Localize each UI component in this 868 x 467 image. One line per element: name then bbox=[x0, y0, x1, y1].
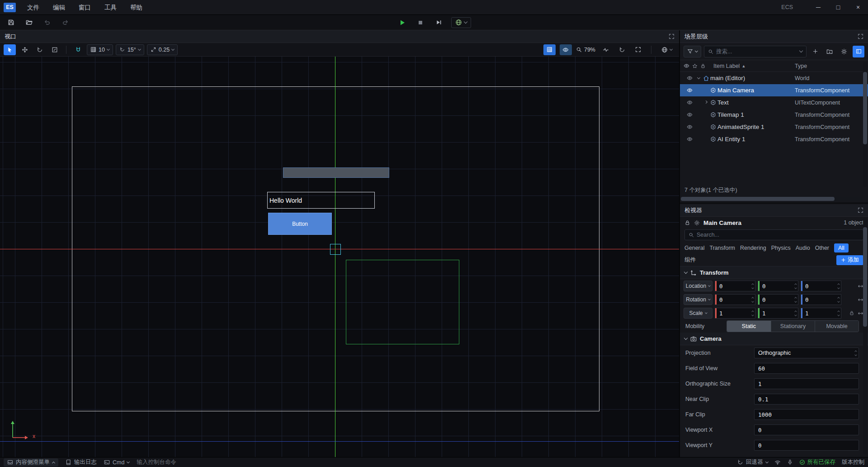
location-y-input[interactable]: 0 bbox=[758, 281, 798, 291]
location-x-input[interactable]: 0 bbox=[715, 281, 755, 291]
platform-selector[interactable] bbox=[451, 17, 471, 28]
tab-physics[interactable]: Physics bbox=[771, 245, 791, 251]
menu-edit[interactable]: 编辑 bbox=[46, 0, 72, 15]
spinner-icon[interactable] bbox=[752, 281, 754, 291]
reset-view-button[interactable] bbox=[616, 44, 628, 55]
selection-gizmo-box[interactable] bbox=[330, 244, 341, 255]
select-tool-button[interactable] bbox=[4, 44, 16, 55]
undo-button[interactable] bbox=[42, 17, 52, 28]
lock-icon[interactable] bbox=[684, 220, 690, 226]
eye-icon[interactable] bbox=[684, 100, 695, 105]
transform-section-header[interactable]: Transform bbox=[680, 267, 868, 279]
menu-help[interactable]: 帮助 bbox=[123, 0, 149, 15]
tab-other[interactable]: Other bbox=[815, 245, 829, 251]
hierarchy-search[interactable] bbox=[704, 46, 807, 57]
rotation-x-input[interactable]: 0 bbox=[715, 294, 755, 305]
history-dropdown[interactable]: 回退器 bbox=[737, 458, 768, 466]
fullscreen-button[interactable] bbox=[632, 44, 644, 55]
eye-icon[interactable] bbox=[684, 87, 695, 93]
camera-section-header[interactable]: Camera bbox=[680, 333, 868, 345]
stats-button[interactable] bbox=[599, 44, 612, 55]
stop-button[interactable] bbox=[415, 17, 426, 28]
mobility-static-button[interactable]: Static bbox=[727, 321, 771, 332]
eye-icon[interactable] bbox=[684, 75, 695, 81]
viewport-y-input[interactable]: 0 bbox=[754, 440, 859, 451]
rotation-y-input[interactable]: 0 bbox=[758, 294, 798, 305]
collider-rect-object[interactable] bbox=[346, 260, 459, 344]
spinner-icon[interactable] bbox=[795, 308, 797, 318]
expand-chevron-icon[interactable] bbox=[695, 78, 702, 79]
save-button[interactable] bbox=[5, 17, 16, 28]
orthographic-size-input[interactable]: 1 bbox=[754, 378, 859, 389]
snap-toggle-button[interactable] bbox=[72, 44, 84, 55]
mic-icon[interactable] bbox=[787, 459, 793, 465]
eye-icon[interactable] bbox=[684, 112, 695, 118]
zoom-control[interactable]: 79% bbox=[576, 47, 595, 53]
network-icon[interactable] bbox=[774, 459, 781, 466]
visibility-column-icon[interactable] bbox=[684, 63, 689, 69]
move-tool-button[interactable] bbox=[19, 44, 31, 55]
output-log-button[interactable]: 输出日志 bbox=[66, 458, 97, 466]
lock-scale-icon[interactable] bbox=[849, 310, 854, 316]
spinner-icon[interactable] bbox=[838, 281, 840, 291]
near-clip-input[interactable]: 0.1 bbox=[754, 394, 859, 405]
scale-dropdown[interactable]: Scale bbox=[684, 308, 712, 319]
projection-select[interactable]: Orthographic bbox=[754, 348, 859, 358]
add-folder-button[interactable] bbox=[824, 46, 835, 57]
rotate-tool-button[interactable] bbox=[33, 44, 46, 55]
eye-icon[interactable] bbox=[684, 136, 695, 142]
expand-chevron-icon[interactable] bbox=[703, 102, 709, 103]
hierarchy-settings-button[interactable] bbox=[838, 46, 850, 57]
expand-panel-icon[interactable] bbox=[858, 207, 863, 213]
inspector-search[interactable] bbox=[684, 229, 863, 240]
console-command-input[interactable]: 输入控制台命令 bbox=[137, 458, 176, 466]
inspector-search-input[interactable] bbox=[697, 232, 859, 238]
item-label-column-header[interactable]: Item Label▲ bbox=[713, 63, 745, 69]
spinner-icon[interactable] bbox=[838, 308, 840, 318]
hierarchy-row-text[interactable]: Text UITextComponent bbox=[680, 96, 868, 109]
menu-file[interactable]: 文件 bbox=[20, 0, 46, 15]
content-drawer-button[interactable]: 内容侧滑菜单 bbox=[4, 458, 58, 467]
save-status[interactable]: 所有已保存 bbox=[799, 458, 836, 466]
rotation-z-input[interactable]: 0 bbox=[801, 294, 841, 305]
spinner-icon[interactable] bbox=[838, 295, 840, 305]
grid-toggle-button[interactable] bbox=[543, 44, 556, 55]
gear-icon[interactable] bbox=[694, 220, 700, 226]
view-mode-dropdown[interactable] bbox=[658, 44, 675, 55]
viewport-canvas[interactable]: Hello World Button x bbox=[0, 57, 679, 457]
hierarchy-row-tilemap-1[interactable]: Tilemap 1 TransformComponent bbox=[680, 109, 868, 121]
lock-column-icon[interactable] bbox=[700, 63, 706, 69]
filter-dropdown[interactable] bbox=[684, 46, 701, 57]
hierarchy-row-ai-entity-1[interactable]: AI Entity 1 TransformComponent bbox=[680, 133, 868, 145]
redo-button[interactable] bbox=[60, 17, 71, 28]
hierarchy-vertical-scrollbar[interactable] bbox=[863, 62, 867, 187]
location-dropdown[interactable]: Location bbox=[684, 281, 712, 291]
hierarchy-search-input[interactable] bbox=[716, 48, 797, 55]
menu-window[interactable]: 窗口 bbox=[72, 0, 98, 15]
location-z-input[interactable]: 0 bbox=[801, 281, 841, 291]
version-control-button[interactable]: 版本控制 bbox=[842, 458, 864, 466]
visibility-toggle-button[interactable] bbox=[560, 44, 572, 55]
tab-all[interactable]: All bbox=[834, 243, 849, 253]
mobility-stationary-button[interactable]: Stationary bbox=[771, 321, 815, 332]
scale-z-input[interactable]: 1 bbox=[801, 308, 841, 319]
add-component-button[interactable]: 添加 bbox=[836, 255, 863, 265]
expand-panel-icon[interactable] bbox=[858, 33, 863, 39]
hierarchy-row-main[interactable]: main (Editor) World bbox=[680, 72, 868, 84]
maximize-button[interactable]: □ bbox=[828, 0, 848, 15]
cmd-dropdown[interactable]: Cmd bbox=[104, 459, 129, 466]
angle-snap-dropdown[interactable]: 15° bbox=[116, 44, 144, 55]
ui-button-object[interactable]: Button bbox=[268, 213, 332, 235]
hierarchy-row-main-camera[interactable]: Main Camera TransformComponent bbox=[680, 84, 868, 96]
tilemap-sprite-object[interactable] bbox=[283, 167, 389, 178]
rotation-dropdown[interactable]: Rotation bbox=[684, 294, 712, 305]
close-button[interactable]: × bbox=[848, 0, 868, 15]
menu-tools[interactable]: 工具 bbox=[98, 0, 123, 15]
hierarchy-horizontal-scrollbar[interactable] bbox=[681, 197, 862, 201]
hierarchy-row-animatedsprite-1[interactable]: AnimatedSprite 1 TransformComponent bbox=[680, 121, 868, 133]
add-entity-button[interactable] bbox=[809, 46, 821, 57]
scale-x-input[interactable]: 1 bbox=[715, 308, 755, 319]
tab-general[interactable]: General bbox=[684, 245, 704, 251]
inspector-vertical-scrollbar[interactable] bbox=[863, 218, 867, 454]
viewport-x-input[interactable]: 0 bbox=[754, 424, 859, 435]
